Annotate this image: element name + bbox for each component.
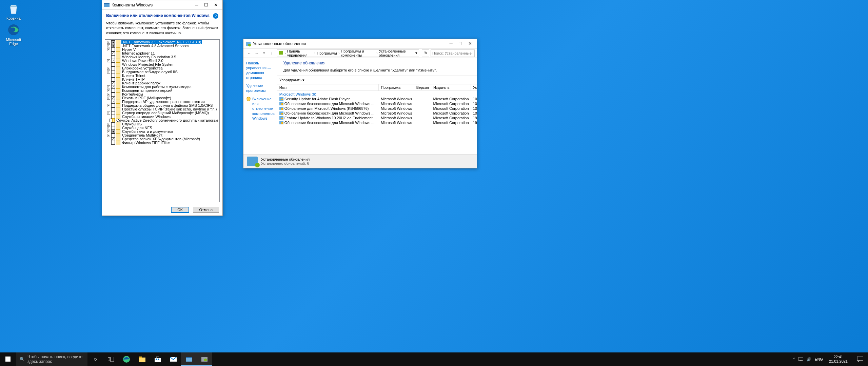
tray-volume-icon[interactable]: 🔊 <box>807 357 811 362</box>
sidebar-windows-features[interactable]: Включение или отключение компонентов Win… <box>252 97 275 121</box>
feature-item[interactable]: +.NET Framework 3.5 (включает .NET 2.0 и… <box>106 40 219 44</box>
feature-checkbox[interactable] <box>111 104 115 107</box>
forward-button[interactable]: → <box>253 49 260 57</box>
feature-checkbox[interactable] <box>111 96 115 100</box>
expand-toggle[interactable]: + <box>107 44 110 47</box>
taskbar-search[interactable]: 🔍 Чтобы начать поиск, введите здесь запр… <box>16 352 87 366</box>
feature-item[interactable]: +Сервер очереди сообщений Майкрософт (MS… <box>106 111 219 115</box>
edge-shortcut[interactable]: Microsoft Edge <box>2 23 25 46</box>
features-tree[interactable]: +.NET Framework 3.5 (включает .NET 2.0 и… <box>105 39 220 202</box>
col-version[interactable]: Версия <box>414 84 431 91</box>
feature-checkbox[interactable] <box>111 134 115 137</box>
expand-toggle[interactable]: + <box>107 89 110 92</box>
close-button[interactable]: ✕ <box>211 1 220 9</box>
expand-toggle[interactable]: + <box>107 41 110 44</box>
taskbar-app-mail[interactable] <box>165 352 181 366</box>
cortana-button[interactable]: ○ <box>87 352 103 366</box>
expand-toggle[interactable]: + <box>107 104 110 107</box>
feature-item[interactable]: +.NET Framework 4.8 Advanced Services <box>106 44 219 48</box>
expand-toggle[interactable]: + <box>107 85 110 88</box>
feature-item[interactable]: Windows Identity Foundation 3.5 <box>106 55 219 59</box>
feature-checkbox[interactable] <box>111 122 115 126</box>
back-button[interactable]: ← <box>245 49 253 57</box>
expand-toggle[interactable]: + <box>107 111 110 115</box>
feature-item[interactable]: +Windows PowerShell 2.0 <box>106 59 219 63</box>
feature-item[interactable]: Клиент Telnet <box>106 74 219 78</box>
feature-checkbox[interactable] <box>111 93 115 96</box>
feature-checkbox[interactable] <box>111 111 115 115</box>
feature-checkbox[interactable] <box>111 44 115 48</box>
cancel-button[interactable]: Отмена <box>193 207 219 213</box>
feature-item[interactable]: +Контейнеры <box>106 93 219 96</box>
expand-toggle[interactable]: + <box>107 48 110 51</box>
maximize-button[interactable]: ☐ <box>201 1 211 9</box>
expand-toggle[interactable]: + <box>107 126 110 129</box>
sidebar-uninstall[interactable]: Удаление программы <box>246 83 275 93</box>
expand-toggle[interactable]: + <box>107 123 110 126</box>
expand-toggle[interactable]: + <box>107 134 110 137</box>
start-button[interactable] <box>0 352 16 366</box>
sidebar-home[interactable]: Панель управления — домашняя страница <box>246 61 275 80</box>
tray-language[interactable]: ENG <box>815 357 823 361</box>
feature-item[interactable]: Служба активации Windows <box>106 115 219 119</box>
breadcrumb[interactable]: › Панель управления › Программы › Програ… <box>277 49 419 57</box>
expand-toggle[interactable]: + <box>107 67 110 70</box>
feature-item[interactable]: Простые службы TCPIP (такие как echo, da… <box>106 107 219 111</box>
feature-checkbox[interactable] <box>111 40 115 44</box>
expand-toggle[interactable]: + <box>107 59 110 62</box>
search-input[interactable] <box>431 49 475 57</box>
tray-clock[interactable]: 22:41 21.01.2021 <box>826 355 850 364</box>
help-icon[interactable]: ? <box>213 13 218 19</box>
feature-checkbox[interactable] <box>111 78 115 81</box>
feature-checkbox[interactable] <box>111 63 115 66</box>
crumb-installed-updates[interactable]: Установленные обновления <box>379 49 415 57</box>
feature-checkbox[interactable] <box>111 59 115 63</box>
tray-network-icon[interactable] <box>798 357 803 362</box>
feature-checkbox[interactable] <box>111 81 115 85</box>
recycle-bin[interactable]: Корзина <box>2 2 25 20</box>
feature-checkbox[interactable] <box>111 89 115 93</box>
feature-checkbox[interactable] <box>111 48 115 52</box>
up-button[interactable]: ↑ <box>268 49 275 57</box>
taskbar-app-features[interactable] <box>181 352 197 366</box>
ok-button[interactable]: OK <box>171 207 189 213</box>
expand-toggle[interactable]: + <box>107 93 110 96</box>
taskbar-app-explorer[interactable] <box>134 352 150 366</box>
tray-overflow-icon[interactable]: ˄ <box>793 357 795 362</box>
feature-item[interactable]: Windows Projected File System <box>106 63 219 66</box>
col-publisher[interactable]: Издатель <box>431 84 471 91</box>
organize-menu[interactable]: Упорядочить ▾ <box>279 78 305 82</box>
feature-item[interactable]: +Поддержка общего доступа к файлам SMB 1… <box>106 104 219 107</box>
feature-checkbox[interactable] <box>111 74 115 78</box>
feature-item[interactable]: Фильтр Windows TIFF IFilter <box>106 141 219 145</box>
action-center-button[interactable] <box>852 352 868 366</box>
update-row[interactable]: Обновление безопасности для Microsoft Wi… <box>277 111 477 116</box>
taskbar-app-control-panel[interactable] <box>197 352 212 366</box>
feature-checkbox[interactable] <box>111 130 115 134</box>
minimize-button[interactable]: ─ <box>446 40 456 47</box>
col-installed[interactable]: Установле... <box>471 84 477 91</box>
recent-button[interactable]: ▾ <box>260 49 268 57</box>
feature-checkbox[interactable] <box>111 55 115 59</box>
feature-checkbox[interactable] <box>111 85 115 89</box>
taskbar-app-store[interactable] <box>150 352 165 366</box>
feature-item[interactable]: Службы Active Directory облегченного дос… <box>106 119 219 122</box>
feature-checkbox[interactable] <box>111 141 115 145</box>
update-row[interactable]: Обновление безопасности для Microsoft Wi… <box>277 120 477 125</box>
update-row[interactable]: Обновление безопасности для Microsoft Wi… <box>277 101 477 106</box>
update-row[interactable]: Обновление для Microsoft Windows (KB4586… <box>277 106 477 111</box>
minimize-button[interactable]: ─ <box>192 1 201 9</box>
maximize-button[interactable]: ☐ <box>456 40 465 47</box>
feature-item[interactable]: +Hyper-V <box>106 48 219 52</box>
crumb-programs[interactable]: Программы <box>317 51 337 55</box>
feature-item[interactable]: +Внедряемое веб-ядро служб IIS <box>106 70 219 74</box>
crumb-dropdown-icon[interactable]: ▾ <box>415 51 417 55</box>
feature-item[interactable]: Клиент рабочих папок <box>106 81 219 85</box>
feature-item[interactable]: +Соединитель MultiPoint <box>106 134 219 137</box>
feature-item[interactable]: Поддержка API удаленного разностного сжа… <box>106 100 219 104</box>
feature-checkbox[interactable] <box>111 107 115 111</box>
update-row[interactable]: Feature Update to Windows 10 20H2 via En… <box>277 116 477 120</box>
feature-checkbox[interactable] <box>111 100 115 104</box>
close-button[interactable]: ✕ <box>465 40 475 47</box>
titlebar[interactable]: Установленные обновления ─ ☐ ✕ <box>243 39 477 48</box>
